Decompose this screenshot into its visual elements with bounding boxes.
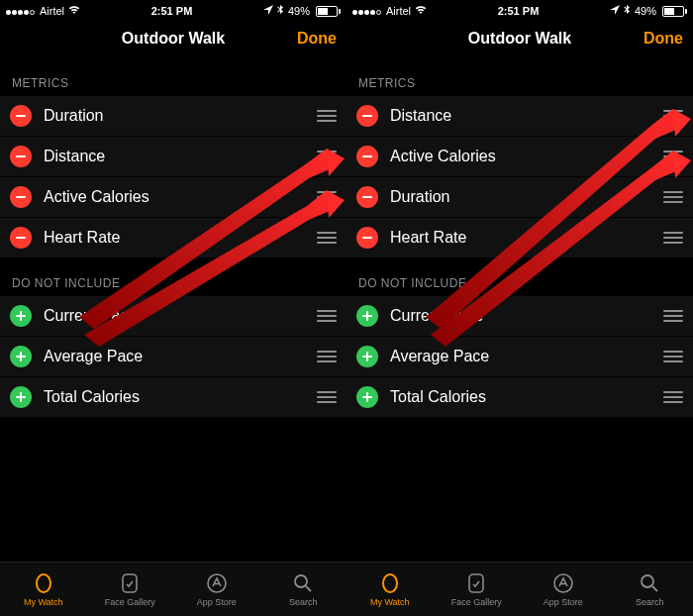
section-header-exclude: DO NOT INCLUDE: [346, 258, 693, 296]
tab-label: My Watch: [370, 597, 410, 607]
svg-point-3: [295, 575, 307, 587]
remove-icon[interactable]: [10, 105, 32, 127]
svg-line-4: [306, 586, 311, 591]
exclude-row[interactable]: Average Pace: [0, 337, 346, 377]
reorder-handle-icon[interactable]: [661, 232, 683, 244]
done-button[interactable]: Done: [644, 30, 683, 48]
face-gallery-icon: [464, 571, 488, 595]
reorder-handle-icon[interactable]: [315, 391, 337, 403]
reorder-handle-icon[interactable]: [661, 391, 683, 403]
tab-label: Search: [636, 597, 664, 607]
remove-icon[interactable]: [356, 146, 378, 167]
battery-icon: [314, 6, 341, 17]
page-title: Outdoor Walk: [468, 30, 571, 48]
section-header-metrics: METRICS: [0, 58, 346, 96]
status-time: 2:51 PM: [151, 5, 193, 17]
exclude-label: Total Calories: [390, 388, 661, 406]
add-icon[interactable]: [356, 346, 378, 367]
app-store-icon: [551, 571, 575, 595]
tab-my-watch[interactable]: My Watch: [0, 563, 87, 616]
svg-point-5: [383, 574, 397, 592]
search-icon: [638, 571, 661, 595]
remove-icon[interactable]: [356, 227, 378, 249]
nav-header: Outdoor Walk Done: [0, 20, 346, 58]
exclude-label: Average Pace: [390, 348, 661, 365]
tab-search[interactable]: Search: [607, 563, 694, 616]
tab-face-gallery[interactable]: Face Gallery: [434, 563, 521, 616]
tab-my-watch[interactable]: My Watch: [346, 563, 434, 616]
exclude-row[interactable]: Total Calories: [346, 377, 693, 418]
remove-icon[interactable]: [10, 146, 32, 167]
status-bar: Airtel 2:51 PM 49%: [0, 0, 346, 20]
exclude-label: Current Pace: [390, 307, 661, 325]
screenshot-left: Airtel 2:51 PM 49% Outdoor Walk Done MET…: [0, 0, 346, 616]
metric-label: Heart Rate: [44, 229, 315, 247]
add-icon[interactable]: [10, 305, 32, 327]
tab-label: App Store: [544, 597, 583, 607]
tab-app-store[interactable]: App Store: [173, 563, 260, 616]
location-icon: [610, 5, 620, 17]
battery-icon: [660, 6, 687, 17]
metric-label: Duration: [390, 188, 661, 206]
remove-icon[interactable]: [10, 186, 32, 208]
reorder-handle-icon[interactable]: [315, 191, 337, 203]
svg-line-9: [652, 586, 657, 591]
reorder-handle-icon[interactable]: [661, 191, 683, 203]
svg-rect-1: [123, 574, 137, 592]
tab-face-gallery[interactable]: Face Gallery: [87, 563, 174, 616]
reorder-handle-icon[interactable]: [661, 110, 683, 122]
face-gallery-icon: [118, 571, 142, 595]
add-icon[interactable]: [10, 386, 32, 408]
metric-row[interactable]: Duration: [346, 177, 693, 218]
metric-row[interactable]: Distance: [0, 137, 346, 177]
metric-row[interactable]: Distance: [346, 96, 693, 137]
exclude-row[interactable]: Average Pace: [346, 337, 693, 377]
bluetooth-icon: [624, 5, 631, 18]
tab-label: Face Gallery: [105, 597, 155, 607]
carrier-label: Airtel: [40, 5, 64, 17]
reorder-handle-icon[interactable]: [315, 110, 337, 122]
search-icon: [291, 571, 315, 595]
reorder-handle-icon[interactable]: [315, 232, 337, 244]
add-icon[interactable]: [356, 386, 378, 408]
reorder-handle-icon[interactable]: [315, 351, 337, 362]
wifi-icon: [68, 5, 80, 17]
reorder-handle-icon[interactable]: [661, 351, 683, 362]
metric-row[interactable]: Active Calories: [0, 177, 346, 218]
remove-icon[interactable]: [10, 227, 32, 249]
status-bar: Airtel 2:51 PM 49%: [346, 0, 693, 20]
metric-row[interactable]: Duration: [0, 96, 346, 137]
add-icon[interactable]: [10, 346, 32, 367]
tab-bar: My Watch Face Gallery App Store Search: [346, 562, 693, 616]
battery-pct: 49%: [288, 5, 310, 17]
tab-label: Face Gallery: [451, 597, 502, 607]
tab-label: My Watch: [24, 597, 63, 607]
tab-search[interactable]: Search: [260, 563, 347, 616]
location-icon: [263, 5, 273, 17]
exclude-label: Total Calories: [44, 388, 315, 406]
reorder-handle-icon[interactable]: [661, 310, 683, 322]
remove-icon[interactable]: [356, 186, 378, 208]
exclude-row[interactable]: Total Calories: [0, 377, 346, 418]
watch-icon: [32, 571, 55, 595]
reorder-handle-icon[interactable]: [315, 151, 337, 162]
done-button[interactable]: Done: [297, 30, 337, 48]
exclude-row[interactable]: Current Pace: [346, 296, 693, 337]
exclude-row[interactable]: Current Pace: [0, 296, 346, 337]
metric-label: Duration: [44, 107, 315, 125]
carrier-label: Airtel: [386, 5, 411, 17]
tab-app-store[interactable]: App Store: [520, 563, 607, 616]
section-header-metrics: METRICS: [346, 58, 693, 96]
metric-row[interactable]: Heart Rate: [346, 218, 693, 258]
remove-icon[interactable]: [356, 105, 378, 127]
tab-label: Search: [289, 597, 318, 607]
metric-label: Active Calories: [390, 148, 661, 165]
metric-row[interactable]: Active Calories: [346, 137, 693, 177]
battery-pct: 49%: [635, 5, 656, 17]
add-icon[interactable]: [356, 305, 378, 327]
metric-row[interactable]: Heart Rate: [0, 218, 346, 258]
reorder-handle-icon[interactable]: [661, 151, 683, 162]
reorder-handle-icon[interactable]: [315, 310, 337, 322]
metric-label: Active Calories: [44, 188, 315, 206]
metric-label: Distance: [390, 107, 661, 125]
